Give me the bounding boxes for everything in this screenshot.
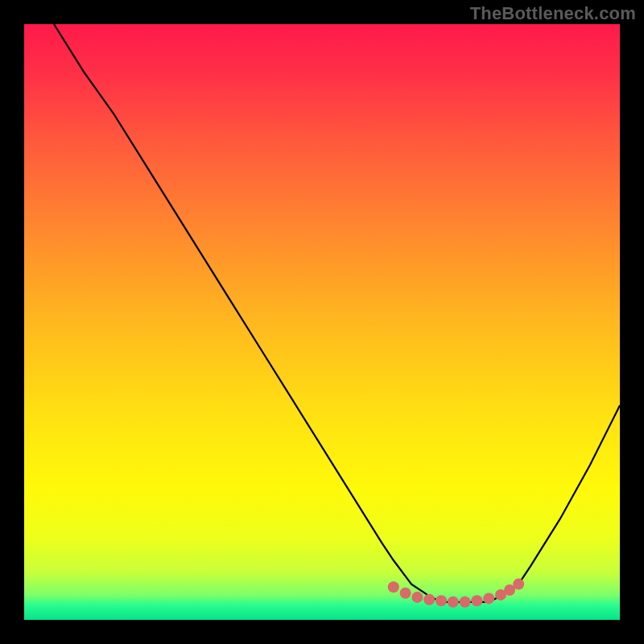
plot-area [24,24,620,620]
chart-frame: TheBottleneck.com [0,0,644,644]
marker-dot [423,594,435,605]
marker-dot [513,579,524,590]
marker-dot [448,597,459,608]
marker-dot [483,592,494,604]
attribution-text: TheBottleneck.com [470,3,636,24]
bottleneck-curve [54,24,620,602]
marker-dot [388,581,399,592]
optimal-zone-dots [388,579,524,608]
marker-dot [460,597,471,608]
marker-dot [400,588,411,599]
marker-dot [436,595,447,606]
marker-dot [411,592,423,603]
marker-dot [471,595,482,606]
curve-layer [24,24,620,620]
